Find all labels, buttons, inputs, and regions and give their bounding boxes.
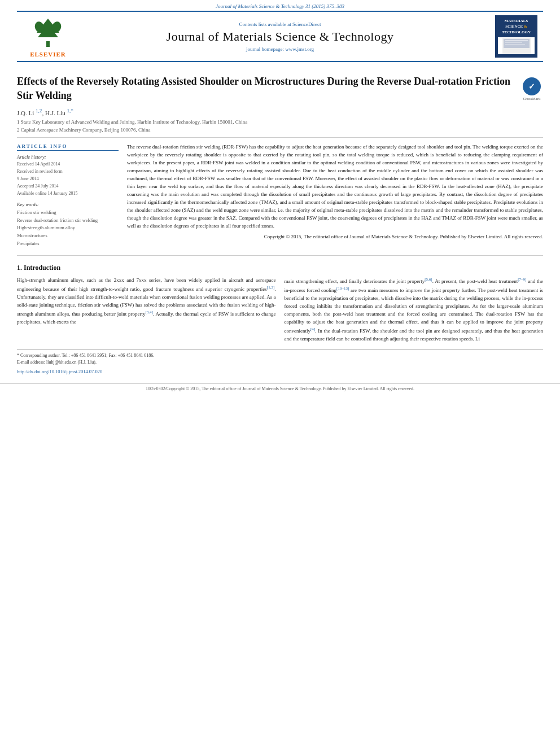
doi-link[interactable]: http://dx.doi.org/10.1016/j.jmst.2014.07… bbox=[17, 369, 543, 374]
section-heading-intro: 1. Introduction bbox=[17, 264, 543, 272]
svg-rect-10 bbox=[505, 44, 525, 45]
main-content: Effects of the Reversely Rotating Assist… bbox=[0, 62, 560, 379]
section-divider bbox=[17, 255, 543, 256]
footnote-email: E-mail address: liuhj@hit.edu.cn (H.J. L… bbox=[17, 359, 543, 366]
footnote-corresponding: * Corresponding author. Tel.: +86 451 86… bbox=[17, 352, 543, 359]
journal-logo-box: MATERIALS SCIENCE & TECHNOLOGY bbox=[487, 15, 537, 58]
crossmark-icon: ✓ bbox=[523, 77, 541, 95]
introduction-section: 1. Introduction High-strength aluminum a… bbox=[17, 264, 543, 343]
copyright-line: Copyright © 2015, The editorial office o… bbox=[127, 234, 543, 239]
svg-rect-9 bbox=[505, 42, 522, 43]
authors: J.Q. Li 1,2, H.J. Liu 1,* bbox=[17, 108, 515, 116]
article-info: ARTICLE INFO Article history: Received 1… bbox=[17, 143, 119, 247]
journal-logo: MATERIALS SCIENCE & TECHNOLOGY bbox=[495, 15, 537, 58]
intro-col-right: main strengthening effect, and finally d… bbox=[285, 277, 544, 343]
svg-rect-1 bbox=[46, 41, 50, 47]
article-title-text: Effects of the Reversely Rotating Assist… bbox=[17, 75, 515, 134]
journal-cover-icon bbox=[502, 38, 531, 54]
bottom-bar: 1005-0302/Copyright © 2015, The editoria… bbox=[0, 383, 560, 394]
elsevier-logo: ELSEVIER bbox=[23, 16, 73, 58]
journal-title: Journal of Materials Science & Technolog… bbox=[73, 29, 487, 44]
affiliations: 1 State Key Laboratory of Advanced Weldi… bbox=[17, 119, 515, 134]
keywords-section: Key words: Friction stir welding Reverse… bbox=[17, 202, 119, 247]
intro-col-left: High-strength aluminum alloys, such as t… bbox=[17, 277, 276, 343]
svg-rect-8 bbox=[505, 40, 528, 41]
journal-citation: Journal of Materials Science & Technolog… bbox=[0, 0, 560, 11]
article-title-section: Effects of the Reversely Rotating Assist… bbox=[17, 68, 543, 138]
homepage-line: journal homepage: www.jmst.org bbox=[73, 46, 487, 52]
intro-two-col: High-strength aluminum alloys, such as t… bbox=[17, 277, 543, 343]
intro-text-right: main strengthening effect, and finally d… bbox=[285, 277, 544, 343]
elsevier-tree-icon bbox=[31, 16, 65, 50]
journal-header: ELSEVIER Contents lists available at Sci… bbox=[17, 11, 543, 62]
article-title: Effects of the Reversely Rotating Assist… bbox=[17, 75, 515, 103]
abstract: The reverse dual-rotation friction stir … bbox=[127, 143, 543, 247]
elsevier-label: ELSEVIER bbox=[30, 51, 66, 58]
crossmark[interactable]: ✓ CrossMark bbox=[520, 77, 543, 101]
article-info-title: ARTICLE INFO bbox=[17, 143, 119, 151]
crossmark-label: CrossMark bbox=[523, 97, 540, 101]
article-history: Article history: Received 14 April 2014 … bbox=[17, 154, 119, 197]
intro-text-left: High-strength aluminum alloys, such as t… bbox=[17, 277, 276, 326]
contents-line: Contents lists available at ScienceDirec… bbox=[73, 21, 487, 27]
abstract-text: The reverse dual-rotation friction stir … bbox=[127, 143, 543, 230]
header-center: Contents lists available at ScienceDirec… bbox=[73, 21, 487, 52]
footnote-section: * Corresponding author. Tel.: +86 451 86… bbox=[17, 349, 543, 366]
article-body: ARTICLE INFO Article history: Received 1… bbox=[17, 143, 543, 247]
